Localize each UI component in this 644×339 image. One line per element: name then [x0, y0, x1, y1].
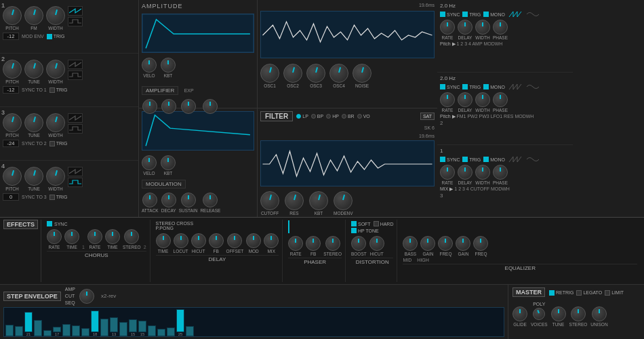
dist-hicut-knob[interactable] [369, 236, 384, 251]
step-bar-2[interactable]: 21 [24, 309, 33, 336]
osc-4-wave-square[interactable] [68, 178, 83, 187]
phaser-fb-knob[interactable] [306, 236, 321, 251]
osc3-mix-knob[interactable] [306, 64, 325, 83]
mod-kbt-knob[interactable] [161, 155, 176, 170]
osc-2-wave-saw[interactable] [68, 60, 83, 69]
osc-2-wave-square[interactable] [68, 71, 83, 80]
chorus-sync-box[interactable] [47, 221, 52, 226]
cutoff-knob[interactable] [260, 191, 279, 210]
delay-time-knob[interactable] [156, 233, 171, 248]
limit-box[interactable] [605, 290, 610, 296]
lfo-3-rate-knob[interactable] [440, 165, 455, 180]
osc-3-tune-knob[interactable] [24, 113, 43, 132]
osc-3-trig-box[interactable] [49, 141, 55, 146]
step-bar-9[interactable]: 18 [91, 309, 99, 336]
chorus-time1-knob[interactable] [64, 229, 79, 244]
step-bar-14[interactable]: 15 [138, 309, 146, 336]
mod-velo-knob[interactable] [142, 155, 157, 170]
eq-bass-knob[interactable] [403, 236, 418, 251]
lfo-1-phase-knob[interactable] [493, 20, 508, 35]
filter-vo[interactable]: VO [357, 114, 370, 119]
lfo-1-sync-box[interactable] [440, 12, 445, 17]
filter-bp[interactable]: BP [311, 114, 323, 119]
step-bar-17[interactable] [167, 309, 175, 336]
osc-1-fm-knob[interactable] [24, 6, 43, 25]
step-bar-18[interactable]: 25 [176, 309, 184, 336]
amp-decay-knob[interactable] [161, 99, 176, 114]
lfo-1-trig-box[interactable] [462, 12, 468, 17]
step-bar-13[interactable]: 15 [129, 309, 137, 336]
osc-2-pitch-knob[interactable] [3, 60, 22, 79]
step-bar-7[interactable] [72, 309, 80, 336]
step-bar-1[interactable] [15, 309, 23, 336]
dist-soft-box[interactable] [351, 221, 357, 226]
lfo-1-delay-knob[interactable] [458, 20, 472, 35]
step-bar-16[interactable] [157, 309, 165, 336]
sat-button[interactable]: SAT [420, 113, 435, 120]
lfo-2-mono-box[interactable] [483, 84, 489, 89]
stereo-master-knob[interactable] [571, 306, 586, 321]
velo-knob[interactable] [142, 58, 157, 73]
osc-1-trig-box[interactable] [47, 34, 52, 39]
delay-hicut-knob[interactable] [191, 233, 206, 248]
osc4-mix-knob[interactable] [329, 64, 348, 83]
osc-2-tune-knob[interactable] [24, 60, 43, 79]
step-bar-15[interactable] [148, 309, 156, 336]
unison-master-knob[interactable] [592, 306, 607, 321]
lfo-1-mono-box[interactable] [483, 12, 489, 17]
mod-sustain-knob[interactable] [181, 193, 196, 207]
osc-4-width-knob[interactable] [46, 167, 65, 186]
step-bar-11[interactable]: 13 [110, 309, 118, 336]
chorus-rate1-knob[interactable] [47, 229, 62, 244]
filter-hp[interactable]: HP [326, 114, 339, 119]
delay-mix-knob[interactable] [264, 233, 279, 248]
lfo-2-width-knob[interactable] [475, 92, 490, 107]
mod-release-knob[interactable] [203, 193, 218, 207]
lfo-2-rate-knob[interactable] [440, 92, 455, 107]
step-bar-3[interactable] [34, 309, 42, 336]
osc-1-pitch-knob[interactable] [3, 6, 22, 25]
lfo-3-trig-box[interactable] [462, 157, 468, 162]
osc-2-width-knob[interactable] [46, 60, 65, 79]
osc-3-wave-square[interactable] [68, 124, 83, 134]
modenv-knob[interactable] [334, 191, 353, 210]
lfo-2-trig-box[interactable] [462, 84, 468, 89]
osc1-mix-knob[interactable] [260, 64, 279, 83]
lfo-2-phase-knob[interactable] [493, 92, 508, 107]
noise-mix-knob[interactable] [353, 64, 371, 83]
kbt-filter-knob[interactable] [309, 191, 328, 210]
retrig-box[interactable] [549, 290, 555, 296]
eq-freq-mid-knob[interactable] [438, 236, 453, 251]
osc-2-trig-box[interactable] [49, 87, 55, 93]
lfo-3-phase-knob[interactable] [493, 165, 508, 180]
lfo-3-width-knob[interactable] [475, 165, 490, 180]
mod-decay-knob[interactable] [161, 193, 176, 207]
mod-attack-knob[interactable] [142, 193, 157, 207]
step-env-knob[interactable] [79, 289, 94, 304]
amp-sustain-knob[interactable] [181, 99, 196, 114]
lfo-1-rate-knob[interactable] [440, 20, 455, 35]
step-bar-6[interactable] [62, 309, 71, 336]
osc-1-wave-saw[interactable] [68, 6, 83, 16]
eq-freq-high-knob[interactable] [473, 236, 488, 251]
chorus-stereo-knob[interactable] [124, 229, 139, 244]
step-bar-4[interactable] [43, 309, 52, 336]
step-bar-10[interactable] [100, 309, 108, 336]
eq-gain-mid-knob[interactable] [420, 236, 435, 251]
glide-knob[interactable] [512, 306, 527, 321]
filter-br[interactable]: BR [342, 114, 355, 119]
filter-lp[interactable]: LP [296, 114, 308, 119]
delay-fb-knob[interactable] [209, 233, 224, 248]
delay-offset-knob[interactable] [227, 233, 242, 248]
tune-master-knob[interactable] [551, 306, 566, 321]
lfo-3-mono-box[interactable] [483, 157, 489, 162]
lfo-3-delay-knob[interactable] [458, 165, 472, 180]
osc-4-wave-saw[interactable] [68, 167, 83, 176]
lfo-1-width-knob[interactable] [475, 20, 490, 35]
lfo-2-delay-knob[interactable] [458, 92, 472, 107]
lfo-3-sync-box[interactable] [440, 157, 445, 162]
delay-mod-knob[interactable] [246, 233, 261, 248]
phaser-active-box[interactable] [288, 220, 289, 233]
step-bar-19[interactable] [186, 309, 194, 336]
osc-1-wave-square[interactable] [68, 17, 83, 26]
